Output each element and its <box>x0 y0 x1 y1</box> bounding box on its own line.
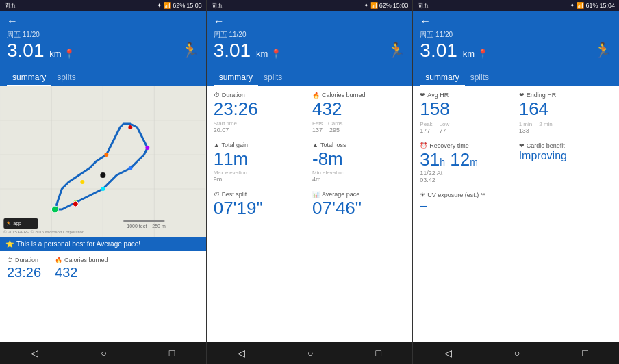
avghr-value-3: 158 <box>420 99 513 119</box>
recovery-label-3: Recovery time <box>429 142 469 149</box>
stat-avgpace-2: 📊 Average pace 07'46" <box>312 191 405 218</box>
tab-summary-2[interactable]: summary <box>214 70 258 86</box>
duration-label-2: Duration <box>222 92 245 99</box>
loss-sub-2: Min elevation4m <box>312 169 405 183</box>
svg-point-8 <box>80 180 84 184</box>
screen-2: 周五 ✦ 📶 62% 15:03 ← 周五 11/20 3.01 km 📍 🏃 … <box>207 0 414 364</box>
calories-value-2: 432 <box>312 99 405 119</box>
duration-icon-2: ⏱ <box>214 92 220 99</box>
calories-sub-2: Fats Carbs137 295 <box>312 120 405 133</box>
tab-splits-2[interactable]: splits <box>258 70 288 86</box>
nav-recent-2[interactable]: □ <box>375 348 381 359</box>
nav-home-3[interactable]: ○ <box>514 348 520 359</box>
nav-back-3[interactable]: ◁ <box>444 348 452 359</box>
duration-value-2: 23:26 <box>214 99 307 119</box>
pb-text: This is a personal best for Average pace… <box>16 240 140 248</box>
status-left-3: 周五 <box>417 1 429 10</box>
status-left-2: 周五 <box>211 1 223 10</box>
nav-back-1[interactable]: ◁ <box>31 348 38 359</box>
gain-icon-2: ▲ <box>214 142 220 148</box>
date-1: 周五 11/20 <box>7 30 199 40</box>
stat-recovery-3: ⏰ Recovery time 31h 12m 11/22 At03:42 <box>420 142 513 184</box>
nav-recent-1[interactable]: □ <box>169 348 175 359</box>
run-icon-1: 🏃 <box>181 42 199 60</box>
svg-rect-19 <box>151 220 164 222</box>
svg-point-16 <box>73 201 78 207</box>
svg-text:© 2015 HERE   © 2015 Microsoft: © 2015 HERE © 2015 Microsoft Corporation <box>3 230 84 234</box>
time-1: 15:03 <box>186 2 202 9</box>
battery-3: 61% <box>585 2 598 9</box>
loss-label-2: Total loss <box>320 142 346 148</box>
run-icon-2: 🏃 <box>387 42 405 60</box>
svg-text:250 m: 250 m <box>152 224 166 229</box>
stats-grid-2: ⏱ Duration 23:26 Start time20:07 🔥 Calor… <box>207 86 413 224</box>
pb-icon: ⭐ <box>5 240 14 248</box>
signal-icon-1: 📶 <box>164 2 171 9</box>
bottom-nav-3: ◁ ○ □ <box>413 342 619 364</box>
back-button-2[interactable]: ← <box>214 15 406 27</box>
svg-point-10 <box>128 125 132 129</box>
calories-label-2: Calories burned <box>322 92 366 99</box>
duration-sub-2: Start time20:07 <box>214 120 307 133</box>
nav-home-2[interactable]: ○ <box>307 348 313 359</box>
bottom-nav-1: ◁ ○ □ <box>0 342 206 364</box>
svg-text:🏃 app: 🏃 app <box>5 220 21 226</box>
map-svg: 1000 feet 250 m © 2015 HERE © 2015 Micro… <box>0 86 206 237</box>
svg-point-17 <box>100 172 105 178</box>
avghr-icon-3: ❤ <box>420 92 425 99</box>
screen-3: 周五 ✦ 📶 61% 15:04 ← 周五 11/20 3.01 km 📍 🏃 … <box>413 0 619 364</box>
header-2: ← 周五 11/20 3.01 km 📍 🏃 <box>207 11 413 67</box>
calories-icon-s1: 🔥 <box>55 257 62 263</box>
date-2: 周五 11/20 <box>214 30 406 40</box>
svg-point-15 <box>51 206 58 213</box>
tab-summary-1[interactable]: summary <box>7 70 51 86</box>
header-1: ← 周五 11/20 3.01 km 📍 🏃 <box>0 11 206 67</box>
signal-icon-3: 📶 <box>577 2 584 9</box>
back-button-3[interactable]: ← <box>420 15 612 27</box>
loss-icon-2: ▲ <box>312 142 318 148</box>
status-left-1: 周五 <box>4 1 16 10</box>
screen1-stats: ⏱ Duration 23:26 🔥 Calories burned 432 <box>0 251 206 286</box>
nav-home-1[interactable]: ○ <box>101 348 106 359</box>
tab-summary-3[interactable]: summary <box>420 70 464 86</box>
svg-point-9 <box>104 153 108 157</box>
tab-splits-1[interactable]: splits <box>51 70 81 86</box>
status-bar-2: 周五 ✦ 📶 62% 15:03 <box>207 0 413 11</box>
avgpace-label-2: Average pace <box>322 191 359 198</box>
cardio-value-3: Improving <box>519 150 612 162</box>
duration-value-s1: 23:26 <box>7 265 41 281</box>
stat-bestsplit-2: ⏱ Best split 07'19" <box>214 191 307 218</box>
header-3: ← 周五 11/20 3.01 km 📍 🏃 <box>413 11 619 67</box>
endinghr-icon-3: ❤ <box>519 92 525 99</box>
nav-back-2[interactable]: ◁ <box>238 348 245 359</box>
distance-3: 3.01 km 📍 <box>420 40 488 62</box>
recovery-icon-3: ⏰ <box>420 142 427 149</box>
bestsplit-icon-2: ⏱ <box>214 191 220 198</box>
stat-gain-2: ▲ Total gain 11m Max elevation9m <box>214 142 307 183</box>
avghr-label-3: Avg HR <box>427 92 449 99</box>
calories-value-s1: 432 <box>55 265 108 281</box>
stat-loss-2: ▲ Total loss -8m Min elevation4m <box>312 142 405 183</box>
tabs-1: summary splits <box>0 67 206 86</box>
gain-label-2: Total gain <box>222 142 249 148</box>
tab-splits-3[interactable]: splits <box>465 70 494 86</box>
uv-icon-3: ☀ <box>420 192 425 198</box>
status-bar-1: 周五 ✦ 📶 62% 15:03 <box>0 0 206 11</box>
screen-1: 周五 ✦ 📶 62% 15:03 ← 周五 11/20 3.01 km 📍 🏃 … <box>0 0 207 364</box>
calories-icon-2: 🔥 <box>312 92 320 99</box>
time-3: 15:04 <box>599 2 615 9</box>
cardio-label-3: Cardio benefit <box>527 142 565 149</box>
back-button-1[interactable]: ← <box>7 15 199 27</box>
nav-recent-3[interactable]: □ <box>582 348 588 359</box>
svg-point-13 <box>101 187 105 191</box>
svg-text:1000 feet: 1000 feet <box>127 224 147 229</box>
uv-value-3: – <box>420 199 513 213</box>
svg-point-12 <box>128 166 132 170</box>
stat-uv-3: ☀ UV exposure (est.) ** – <box>420 192 513 213</box>
distance-1: 3.01 km 📍 <box>7 40 75 62</box>
map-area: 1000 feet 250 m © 2015 HERE © 2015 Micro… <box>0 86 206 237</box>
avgpace-icon-2: 📊 <box>312 191 320 198</box>
content-2: ⏱ Duration 23:26 Start time20:07 🔥 Calor… <box>207 86 413 342</box>
battery-1: 62% <box>173 2 185 9</box>
calories-label-s1: 🔥 Calories burned <box>55 257 108 263</box>
